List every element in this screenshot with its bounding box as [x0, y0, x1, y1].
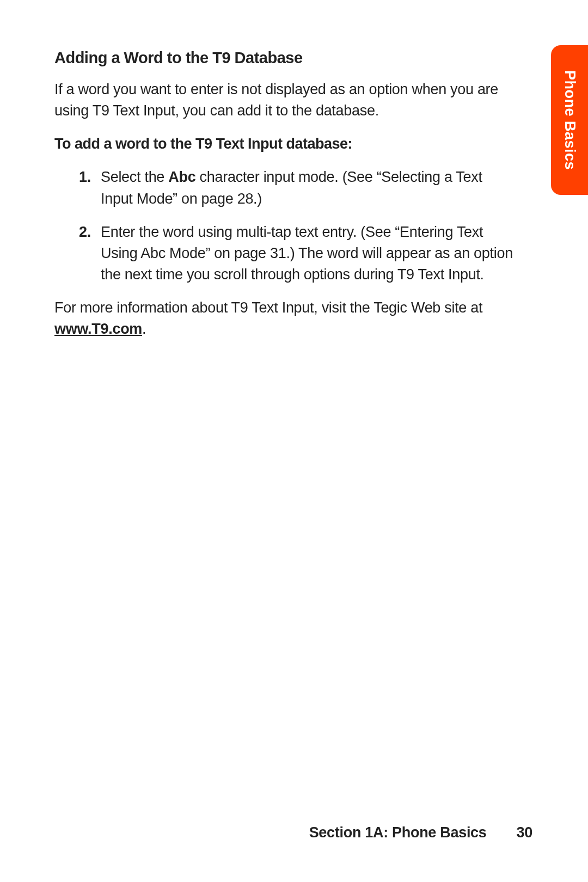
footer-page-number: 30: [517, 824, 532, 841]
closing-link[interactable]: www.T9.com: [54, 321, 142, 337]
step-pre: Enter the word using multi-tap text entr…: [101, 224, 513, 283]
step-bold: Abc: [168, 169, 195, 185]
closing-post: .: [142, 321, 146, 337]
step-pre: Select the: [101, 169, 168, 185]
page-footer: Section 1A: Phone Basics 30: [309, 824, 532, 841]
heading-main: Adding a Word to the T9 Database: [54, 46, 517, 69]
closing-paragraph: For more information about T9 Text Input…: [54, 297, 517, 340]
side-tab: Phone Basics: [551, 45, 588, 195]
step-text: Enter the word using multi-tap text entr…: [101, 222, 517, 285]
subheading: To add a word to the T9 Text Input datab…: [54, 133, 517, 155]
step-number: 1.: [79, 167, 101, 209]
list-item: 1. Select the Abc character input mode. …: [79, 167, 517, 209]
step-number: 2.: [79, 222, 101, 285]
list-item: 2. Enter the word using multi-tap text e…: [79, 222, 517, 285]
page-content: Adding a Word to the T9 Database If a wo…: [54, 46, 517, 340]
footer-section: Section 1A: Phone Basics: [309, 824, 487, 841]
intro-paragraph: If a word you want to enter is not displ…: [54, 79, 517, 121]
side-tab-label: Phone Basics: [561, 70, 578, 170]
step-list: 1. Select the Abc character input mode. …: [54, 167, 517, 285]
step-text: Select the Abc character input mode. (Se…: [101, 167, 517, 209]
closing-pre: For more information about T9 Text Input…: [54, 299, 482, 316]
